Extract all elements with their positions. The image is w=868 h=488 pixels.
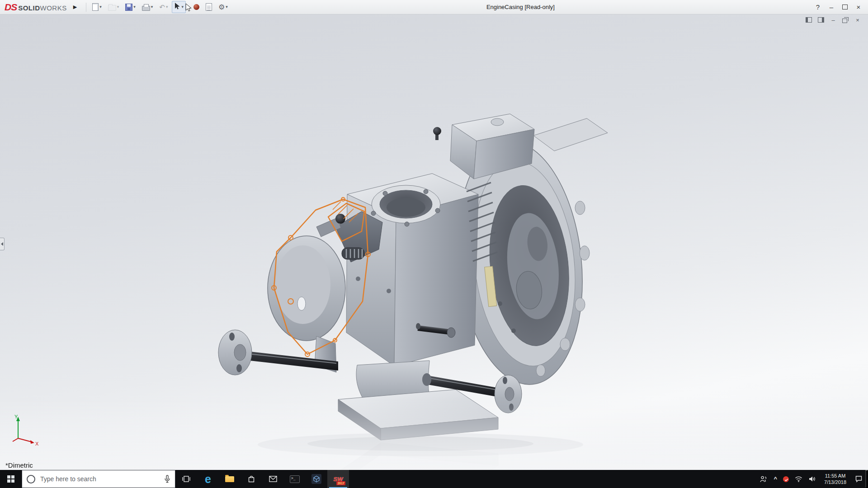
task-view-button[interactable] — [175, 470, 197, 488]
document-close-button[interactable]: × — [854, 16, 862, 23]
rebuild-sphere-icon — [193, 4, 199, 10]
undo-arrow-icon: ↶ — [159, 4, 165, 10]
view-orientation-label: *Dimetric — [5, 461, 33, 469]
document-restore-button[interactable] — [841, 16, 849, 23]
open-folder-icon — [108, 5, 116, 11]
solidworks-taskbar-button[interactable]: SW 2017 — [327, 470, 349, 488]
hidden-icons-chevron[interactable]: ^ — [774, 477, 777, 481]
antivirus-icon — [783, 476, 789, 482]
pane-left-icon — [806, 17, 812, 23]
terminal-prompt-text: >_ — [291, 476, 296, 480]
file-properties-icon — [206, 3, 212, 11]
solidworks-app-icon: SW 2017 — [332, 473, 344, 485]
start-button[interactable] — [0, 470, 22, 488]
brand-solid: SOLID — [18, 4, 40, 12]
shopping-bag-icon — [247, 474, 256, 483]
cortana-icon — [27, 475, 35, 483]
new-document-button[interactable]: ▾ — [90, 1, 104, 13]
folder-icon — [225, 476, 234, 482]
mail-button[interactable] — [262, 470, 284, 488]
window-controls: ? – × — [811, 0, 865, 14]
wifi-icon — [795, 476, 802, 482]
system-tray: ^ 11:55 AM 7/13/2018 — [758, 470, 865, 488]
task-view-icon — [182, 474, 191, 483]
show-desktop-button[interactable] — [865, 470, 868, 488]
help-button[interactable]: ? — [811, 0, 825, 14]
store-button[interactable] — [241, 470, 262, 488]
graphics-area[interactable] — [0, 14, 868, 470]
feature-pane-splitter[interactable] — [0, 238, 5, 250]
people-icon — [760, 475, 768, 483]
minimize-button[interactable]: – — [825, 0, 838, 14]
taskbar-spacer — [349, 470, 758, 488]
gear-icon: ⚙ — [218, 4, 225, 11]
envelope-icon — [269, 475, 278, 483]
microphone-icon[interactable] — [164, 475, 170, 483]
file-properties-button[interactable] — [203, 1, 214, 13]
action-center-button[interactable] — [855, 475, 863, 483]
pane-right-icon — [818, 17, 824, 23]
quick-access-toolbar: ▾ ▾ ▾ ▾ ↶ ▾ ▾ ⚙ — [90, 1, 230, 13]
volume-tray-button[interactable] — [808, 476, 816, 482]
model-canvas[interactable] — [0, 14, 868, 470]
network-tray-button[interactable] — [795, 476, 802, 482]
tray-time: 11:55 AM — [825, 473, 846, 479]
print-icon — [142, 6, 150, 11]
chevron-down-icon[interactable]: ▾ — [151, 5, 153, 9]
rebuild-button[interactable] — [191, 2, 202, 12]
toolbar-separator — [86, 3, 86, 12]
chevron-down-icon[interactable]: ▾ — [181, 5, 184, 9]
open-button[interactable]: ▾ — [106, 2, 122, 13]
new-document-icon — [92, 3, 99, 11]
terminal-icon: >_ — [290, 475, 300, 483]
save-button[interactable]: ▾ — [123, 2, 138, 13]
print-button[interactable]: ▾ — [140, 2, 156, 13]
action-center-icon — [855, 475, 863, 483]
file-explorer-button[interactable] — [219, 470, 241, 488]
antivirus-tray-button[interactable] — [783, 476, 789, 482]
taskbar-search[interactable] — [22, 470, 175, 488]
people-button[interactable] — [760, 475, 768, 483]
chevron-down-icon[interactable]: ▾ — [166, 5, 168, 9]
chevron-down-icon[interactable]: ▾ — [117, 5, 119, 9]
engine-casing-model[interactable] — [218, 114, 608, 440]
save-floppy-icon — [125, 4, 132, 11]
sw-year-badge: 2017 — [336, 481, 345, 485]
solidworks-logo: DS SOLID WORKS — [5, 2, 67, 13]
select-cursor-icon — [174, 3, 180, 11]
chevron-down-icon[interactable]: ▾ — [226, 5, 228, 9]
windows-taskbar: e >_ SW 2017 — [0, 470, 868, 488]
dock-pane-right-icon[interactable] — [817, 16, 825, 23]
terminal-button[interactable]: >_ — [284, 470, 306, 488]
menu-expand-arrow-icon[interactable]: ▶ — [71, 3, 79, 11]
document-window-controls: – × — [805, 16, 862, 23]
search-input[interactable] — [39, 475, 160, 483]
document-title: EngineCasing [Read-only] — [230, 4, 811, 10]
close-button[interactable]: × — [852, 0, 865, 14]
edge-icon: e — [205, 474, 211, 485]
cad-cube-icon — [311, 474, 321, 484]
titlebar: DS SOLID WORKS ▶ ▾ ▾ ▾ ▾ ↶ ▾ ▾ — [0, 0, 868, 14]
restore-icon — [842, 19, 847, 23]
dock-pane-left-icon[interactable] — [805, 16, 813, 23]
edge-button[interactable]: e — [197, 470, 219, 488]
clock-tray-button[interactable]: 11:55 AM 7/13/2018 — [821, 472, 849, 486]
maximize-icon — [842, 5, 848, 9]
brand-works: WORKS — [40, 4, 67, 12]
document-minimize-button[interactable]: – — [829, 16, 837, 23]
maximize-button[interactable] — [838, 0, 852, 14]
chevron-down-icon[interactable]: ▾ — [99, 5, 102, 9]
windows-logo-icon — [7, 475, 14, 483]
chevron-down-icon[interactable]: ▾ — [133, 5, 136, 9]
options-button[interactable]: ⚙ ▾ — [216, 2, 230, 13]
cad-viewer-button[interactable] — [306, 470, 327, 488]
ds-logo-mark: DS — [5, 2, 17, 13]
tray-date: 7/13/2018 — [824, 479, 846, 485]
select-tool-button[interactable]: ▾ — [172, 1, 186, 13]
speaker-icon — [808, 476, 816, 482]
undo-button[interactable]: ↶ ▾ — [157, 2, 170, 12]
